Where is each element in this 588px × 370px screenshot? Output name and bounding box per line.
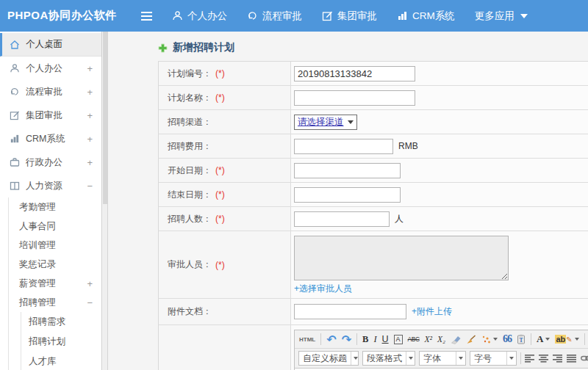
expand-plus-icon[interactable]: + <box>87 157 93 168</box>
format-magic-icon[interactable] <box>481 335 498 344</box>
sidebar-item-attendance-mgmt[interactable]: 考勤管理 <box>9 197 101 217</box>
dropdown-caret-icon <box>493 338 498 341</box>
subscript-button[interactable]: X₂ <box>437 335 445 344</box>
book-icon <box>10 181 20 191</box>
headcount-input[interactable] <box>294 211 390 227</box>
align-justify-icon[interactable] <box>567 354 577 363</box>
sidebar-item-talent-pool[interactable]: 人才库 <box>21 352 101 370</box>
sidebar-item-label: 个人办公 <box>26 62 62 75</box>
approvers-textarea[interactable] <box>294 236 509 280</box>
dropdown-value: 字号 <box>470 352 506 365</box>
channel-select[interactable]: 请选择渠道 <box>294 115 357 130</box>
font-family-dropdown[interactable]: 字体 <box>419 351 466 366</box>
form-row-channel: 招聘渠道： 请选择渠道 <box>159 110 588 134</box>
sidebar-item-human-resources[interactable]: 人力资源 − <box>0 174 101 197</box>
broom-icon[interactable] <box>466 335 476 344</box>
dropdown-caret-icon <box>456 352 465 365</box>
label-text: 结束日期： <box>168 189 212 201</box>
expand-plus-icon[interactable]: + <box>87 278 93 289</box>
sidebar-item-training-mgmt[interactable]: 培训管理 <box>9 236 101 255</box>
sidebar-item-admin-office[interactable]: 行政办公 + <box>0 150 101 174</box>
align-left-icon[interactable] <box>525 354 535 363</box>
font-color-button[interactable]: A <box>537 333 550 345</box>
select-caret-icon <box>348 120 354 124</box>
sidebar-item-personal-desktop[interactable]: 个人桌面 <box>0 33 101 57</box>
border-text-button[interactable]: A <box>394 335 403 344</box>
align-center-icon[interactable] <box>539 354 549 363</box>
scrollbar-thumb[interactable] <box>103 32 107 204</box>
start-date-input[interactable] <box>294 163 401 178</box>
sidebar: 个人桌面 个人办公 + 流程审批 + 集团审批 + CRM系统 + 行政办公 + <box>0 32 102 370</box>
underline-button[interactable]: U <box>382 334 389 344</box>
form-row-start-date: 开始日期： (*) <box>159 159 588 183</box>
sidebar-item-group-approval[interactable]: 集团审批 + <box>0 104 101 127</box>
sidebar-item-hr-contract[interactable]: 人事合同 <box>9 217 101 236</box>
strikethrough-button[interactable]: ABC <box>408 335 420 343</box>
hamburger-menu-icon[interactable] <box>141 12 152 21</box>
toolbar-separator <box>356 333 357 345</box>
expand-plus-icon[interactable]: + <box>87 87 93 98</box>
person-icon <box>172 10 183 21</box>
sidebar-scrollbar[interactable] <box>103 32 108 370</box>
end-date-input[interactable] <box>294 187 401 203</box>
toolbar-separator <box>584 333 585 345</box>
plan-name-input[interactable] <box>294 90 415 106</box>
custom-heading-dropdown[interactable]: 自定义标题 <box>298 351 359 366</box>
link-icon[interactable] <box>581 355 588 362</box>
html-source-button[interactable]: HTML <box>299 336 315 343</box>
chart-icon <box>10 134 20 144</box>
sidebar-item-label: 流程审批 <box>26 86 62 98</box>
sidebar-item-label: 集团审批 <box>26 109 62 122</box>
paste-text-icon[interactable]: T <box>517 334 526 344</box>
nav-more-apps[interactable]: 更多应用 <box>475 10 528 23</box>
sidebar-item-salary-mgmt[interactable]: 薪资管理 + <box>9 274 101 293</box>
sidebar-item-label: 培训管理 <box>19 239 56 252</box>
select-value: 请选择渠道 <box>298 116 344 128</box>
svg-text:T: T <box>520 337 523 344</box>
form-row-plan-number: 计划编号： (*) <box>159 62 588 86</box>
expand-plus-icon[interactable]: + <box>87 110 93 121</box>
sidebar-item-workflow-approval[interactable]: 流程审批 + <box>0 80 101 104</box>
attachment-input[interactable] <box>294 304 406 319</box>
toolbar-separator <box>320 333 321 345</box>
expand-plus-icon[interactable]: + <box>87 63 93 74</box>
sidebar-item-label: 人力资源 <box>26 180 62 192</box>
redo-icon[interactable]: ↷ <box>342 333 351 347</box>
field-value <box>291 159 588 182</box>
select-approvers-link[interactable]: +选择审批人员 <box>294 283 352 295</box>
sidebar-item-label: 人事合同 <box>19 220 56 233</box>
italic-button[interactable]: I <box>373 334 376 345</box>
recruitment-submenu: 招聘需求 招聘计划 人才库 <box>21 312 101 370</box>
nav-crm-system[interactable]: CRM系统 <box>397 10 455 23</box>
plan-number-input[interactable] <box>294 66 415 81</box>
collapse-minus-icon[interactable]: − <box>87 297 93 308</box>
collapse-minus-icon[interactable]: − <box>87 181 93 192</box>
font-size-dropdown[interactable]: 字号 <box>470 351 517 366</box>
sidebar-item-reward-punishment[interactable]: 奖惩记录 <box>9 255 101 274</box>
editor-toolbar-row1: HTML ↶ ↷ B I U A ABC X² X₂ <box>295 330 588 349</box>
superscript-button[interactable]: X² <box>425 335 432 344</box>
nav-workflow-approval[interactable]: 流程审批 <box>247 10 302 23</box>
sidebar-item-recruitment-mgmt[interactable]: 招聘管理 − <box>9 293 101 312</box>
highlight-color-button[interactable]: ab ✎ <box>555 335 578 344</box>
undo-icon[interactable]: ↶ <box>326 333 336 347</box>
fee-input[interactable] <box>294 139 393 154</box>
expand-plus-icon[interactable]: + <box>87 134 93 145</box>
sidebar-item-recruitment-demand[interactable]: 招聘需求 <box>21 312 101 332</box>
attachment-upload-link[interactable]: +附件上传 <box>412 305 452 318</box>
eraser-icon[interactable] <box>451 335 461 344</box>
paragraph-format-dropdown[interactable]: 段落格式 <box>362 351 415 366</box>
sidebar-item-recruitment-plan[interactable]: 招聘计划 <box>21 332 101 352</box>
field-label: 计划编号： (*) <box>159 62 291 85</box>
blockquote-button[interactable]: 66 <box>503 333 512 345</box>
main-content: 新增招聘计划 计划编号： (*) 计划名称： (*) 招聘 <box>109 32 588 370</box>
dropdown-caret-icon <box>406 352 415 365</box>
nav-group-approval[interactable]: 集团审批 <box>322 10 377 23</box>
toolbar-separator <box>531 333 531 345</box>
bold-button[interactable]: B <box>362 334 368 345</box>
sidebar-item-personal-office[interactable]: 个人办公 + <box>0 57 101 80</box>
nav-personal-office[interactable]: 个人办公 <box>172 10 227 23</box>
align-right-icon[interactable] <box>553 354 563 363</box>
sidebar-item-crm-system[interactable]: CRM系统 + <box>0 127 101 150</box>
edit-icon <box>10 110 20 120</box>
